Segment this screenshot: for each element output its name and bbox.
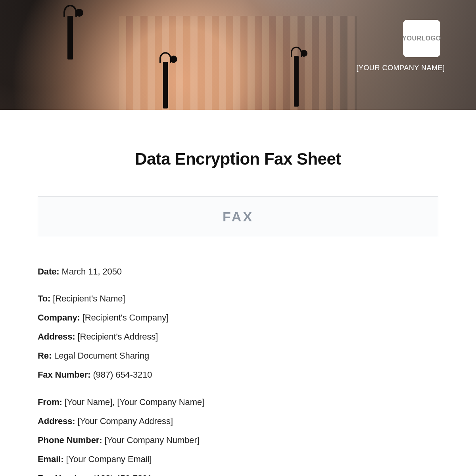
label-email: Email: [38,454,63,464]
page-title: Data Encryption Fax Sheet [38,150,438,169]
label-fax-number: Fax Number: [38,370,90,380]
field-email: Email: [Your Company Email] [38,453,438,466]
label-fax-number-sender: Fax Number: [38,473,90,476]
label-company: Company: [38,313,80,322]
label-address-sender: Address: [38,416,75,426]
fax-fields: Date: March 11, 2050 To: [Recipient's Na… [38,265,438,476]
value-phone: [Your Company Number] [105,435,200,445]
label-phone-number: Phone Number: [38,435,102,445]
value-to: [Recipient's Name] [53,294,125,303]
label-from: From: [38,397,62,407]
field-address-recipient: Address: [Recipient's Address] [38,330,438,344]
header-banner: YOUR LOGO [YOUR COMPANY NAME] [0,0,476,110]
value-company: [Recipient's Company] [83,313,169,322]
decorative-lamp-icon [67,16,73,60]
value-fax-recipient: (987) 654-3210 [93,370,152,380]
document-body: Data Encryption Fax Sheet FAX Date: Marc… [0,150,476,476]
field-fax-recipient: Fax Number: (987) 654-3210 [38,368,438,382]
decorative-lamp-icon [294,56,299,107]
label-re: Re: [38,351,52,361]
company-name: [YOUR COMPANY NAME] [341,64,460,72]
value-address-recipient: [Recipient's Address] [78,332,158,342]
field-re: Re: Legal Document Sharing [38,349,438,363]
label-date: Date: [38,267,60,276]
value-address-sender: [Your Company Address] [78,416,173,426]
label-address: Address: [38,332,75,342]
logo-text-line2: LOGO [422,35,441,42]
value-date: March 11, 2050 [62,267,122,276]
label-to: To: [38,294,50,303]
field-address-sender: Address: [Your Company Address] [38,415,438,428]
field-date: Date: March 11, 2050 [38,265,438,278]
field-phone: Phone Number: [Your Company Number] [38,434,438,447]
logo-text-line1: YOUR [402,35,421,42]
field-to: To: [Recipient's Name] [38,292,438,305]
value-re: Legal Document Sharing [54,351,149,361]
field-company: Company: [Recipient's Company] [38,311,438,324]
value-email: [Your Company Email] [66,454,152,464]
decorative-lamp-icon [163,62,168,109]
field-from: From: [Your Name], [Your Company Name] [38,395,438,409]
fax-bar: FAX [38,196,438,237]
field-fax-sender: Fax Number: (123) 456-7891 [38,472,438,476]
value-fax-sender: (123) 456-7891 [93,473,152,476]
logo-placeholder: YOUR LOGO [403,20,440,57]
value-from: [Your Name], [Your Company Name] [65,397,204,407]
